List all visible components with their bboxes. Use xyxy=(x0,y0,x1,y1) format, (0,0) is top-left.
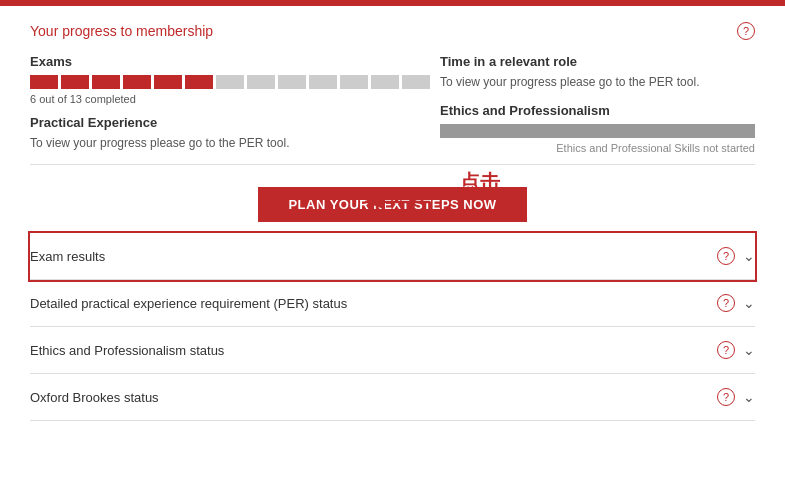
progress-col-left: Exams 6 o xyxy=(30,54,430,154)
plan-btn-section: PLAN YOUR NEXT STEPS NOW 点击 xyxy=(30,165,755,232)
accordion-item-left-2: Detailed practical experience requiremen… xyxy=(30,296,347,311)
chevron-icon-1: ⌄ xyxy=(743,248,755,264)
bar-empty-7 xyxy=(402,75,430,89)
accordion-item-left-3: Ethics and Professionalism status xyxy=(30,343,224,358)
accordion-right-2: ? ⌄ xyxy=(717,294,755,312)
practical-label: Practical Experience xyxy=(30,115,430,130)
accordion-right-3: ? ⌄ xyxy=(717,341,755,359)
bar-empty-6 xyxy=(371,75,399,89)
bar-filled-1 xyxy=(30,75,58,89)
accordion-help-3[interactable]: ? xyxy=(717,341,735,359)
exam-count: 6 out of 13 completed xyxy=(30,93,430,105)
progress-title-text: Your progress to membership xyxy=(30,23,213,39)
exams-label: Exams xyxy=(30,54,430,69)
bar-empty-5 xyxy=(340,75,368,89)
bar-filled-6 xyxy=(185,75,213,89)
accordion-help-1[interactable]: ? xyxy=(717,247,735,265)
progress-col-right: Time in a relevant role To view your pro… xyxy=(440,54,755,154)
chevron-icon-2: ⌄ xyxy=(743,295,755,311)
accordion-label-3: Ethics and Professionalism status xyxy=(30,343,224,358)
bar-empty-4 xyxy=(309,75,337,89)
bar-filled-4 xyxy=(123,75,151,89)
bar-filled-3 xyxy=(92,75,120,89)
accordion-section: Exam results ? ⌄ Detailed practical expe… xyxy=(30,232,755,421)
accordion-help-4[interactable]: ? xyxy=(717,388,735,406)
bar-filled-5 xyxy=(154,75,182,89)
accordion-help-2[interactable]: ? xyxy=(717,294,735,312)
main-container: Your progress to membership ? Exams xyxy=(0,6,785,421)
chevron-icon-4: ⌄ xyxy=(743,389,755,405)
accordion-item-oxford[interactable]: Oxford Brookes status ? ⌄ xyxy=(30,374,755,421)
accordion-right-4: ? ⌄ xyxy=(717,388,755,406)
accordion-item-exam-results[interactable]: Exam results ? ⌄ xyxy=(30,233,755,280)
ethics-bar xyxy=(440,124,755,138)
bar-empty-2 xyxy=(247,75,275,89)
progress-grid: Exams 6 o xyxy=(30,54,755,154)
accordion-right-1: ? ⌄ xyxy=(717,247,755,265)
ethics-note: Ethics and Professional Skills not start… xyxy=(440,142,755,154)
ethics-label: Ethics and Professionalism xyxy=(440,103,755,118)
plan-btn[interactable]: PLAN YOUR NEXT STEPS NOW xyxy=(258,187,526,222)
accordion-item-per[interactable]: Detailed practical experience requiremen… xyxy=(30,280,755,327)
time-role-sub: To view your progress please go to the P… xyxy=(440,75,755,89)
bar-filled-2 xyxy=(61,75,89,89)
bar-empty-1 xyxy=(216,75,244,89)
accordion-label-2: Detailed practical experience requiremen… xyxy=(30,296,347,311)
exam-bars xyxy=(30,75,430,89)
accordion-label-1: Exam results xyxy=(30,249,105,264)
progress-help-icon[interactable]: ? xyxy=(737,22,755,40)
bar-empty-3 xyxy=(278,75,306,89)
progress-title-row: Your progress to membership ? xyxy=(30,22,755,40)
progress-section: Your progress to membership ? Exams xyxy=(30,6,755,165)
time-role-label: Time in a relevant role xyxy=(440,54,755,69)
practical-sub: To view your progress please go to the P… xyxy=(30,136,430,150)
accordion-label-4: Oxford Brookes status xyxy=(30,390,159,405)
accordion-item-left-1: Exam results xyxy=(30,249,105,264)
accordion-item-ethics[interactable]: Ethics and Professionalism status ? ⌄ xyxy=(30,327,755,374)
chevron-icon-3: ⌄ xyxy=(743,342,755,358)
accordion-item-left-4: Oxford Brookes status xyxy=(30,390,159,405)
